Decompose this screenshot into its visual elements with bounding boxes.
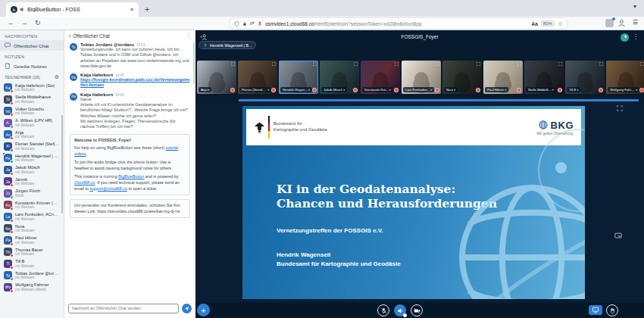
reload-button[interactable]: ↻ [35, 19, 41, 26]
expand-icon[interactable] [599, 62, 603, 66]
lock-icon[interactable] [242, 21, 247, 26]
menu-icon[interactable]: ☰ [633, 19, 638, 26]
participant-row[interactable]: StStella Middelhauvemit Webcam [0, 94, 64, 106]
expand-icon[interactable] [477, 62, 480, 66]
webcam-tile[interactable]: Jakob Mösch▾ [320, 61, 359, 94]
zoom-level-badge[interactable]: 80% [541, 20, 555, 26]
webcam-name-pill[interactable]: Konstantin Krö...▾ [362, 87, 393, 92]
back-button[interactable]: ← [8, 19, 14, 26]
leave-audio-button[interactable] [394, 304, 406, 316]
participant-row[interactable]: JüJürgen FürchMobil [0, 188, 64, 200]
expand-icon[interactable] [272, 62, 276, 66]
expand-icon[interactable] [313, 62, 317, 66]
webcam-tile[interactable]: Till B▾ [565, 61, 605, 94]
send-message-button[interactable] [182, 304, 192, 313]
chat-link[interactable]: https://fossgis-koordination.pads.ccc.de… [80, 77, 190, 89]
url-bar[interactable]: ⇄ osmvideo1.cloud68.co/html5client/join?… [230, 18, 567, 29]
participant-row[interactable]: ToTobias Jordans @tordansmit Webcam [0, 270, 64, 282]
chat-options-icon[interactable]: ⋮ [186, 33, 192, 39]
options-menu-icon[interactable]: ⋮ [633, 33, 639, 40]
share-webcam-button[interactable] [411, 304, 423, 316]
minimize-presentation-button[interactable] [614, 232, 622, 239]
webcam-tile[interactable]: Konstantin Krö...▾ [361, 61, 400, 94]
webcam-name-pill[interactable]: Hendrik Wagen...▾ [280, 87, 312, 92]
forward-button[interactable]: → [21, 19, 28, 26]
participant-row[interactable]: KaKatja Haferkorn (Sie)mit Webcam [0, 82, 64, 94]
webcam-tile[interactable]: Paul Hilmer▾ [483, 61, 523, 94]
sidebar-item-public-chat[interactable]: Öffentlicher Chat [0, 40, 64, 51]
webcam-tile-active-speaker[interactable]: Hendrik Wagen...▾ [279, 61, 318, 94]
manage-users-gear-icon[interactable]: ⚙ [55, 74, 59, 80]
webcam-name-pill[interactable]: Till B▾ [567, 87, 580, 92]
participants-scrollbar[interactable] [61, 115, 63, 214]
extension-icon[interactable] [605, 19, 614, 27]
connection-status-icon[interactable] [621, 33, 629, 42]
mic-in-use-icon[interactable] [258, 21, 262, 26]
bigbluebutton-link[interactable]: BigBlueButton [118, 174, 144, 179]
bookmark-star-icon[interactable]: ☆ [558, 20, 563, 27]
expand-icon[interactable] [517, 62, 521, 66]
avatar: St [4, 95, 12, 104]
chat-back-chevron[interactable]: ‹ [69, 33, 70, 39]
participant-row[interactable]: VoVolker Groschomit Webcam [0, 105, 64, 117]
participant-row[interactable]: TiTill Bmit Webcam [0, 258, 64, 270]
participant-row[interactable]: LaLars Fonkoden, ACnet GmbHmit Webcam [0, 211, 64, 223]
webcam-tile[interactable]: Nora▾ [442, 61, 482, 94]
permissions-icon[interactable]: ⇄ [250, 20, 255, 26]
webcam-tile[interactable]: Wolfgang Fahrner▾ [606, 61, 644, 94]
participant-row[interactable]: AnAnjamit Webcam [0, 129, 64, 141]
profile-icon[interactable] [617, 19, 626, 27]
participant-row[interactable]: NoNoramit Webcam [0, 223, 64, 235]
webcam-name-pill[interactable]: Lars Fonkoden...▾ [403, 87, 434, 92]
actions-plus-button[interactable]: + [197, 304, 210, 316]
webcam-tile[interactable]: Florian (Stendel...▾ [238, 61, 277, 94]
participant-row[interactable]: JaJannikmit Webcam [0, 176, 64, 188]
expand-icon[interactable] [640, 62, 644, 66]
restore-presentation-button[interactable] [589, 305, 602, 315]
browser-tab[interactable]: b BigBlueButton - FOSS ✕ [6, 2, 139, 17]
webcam-tile[interactable]: Stella Middelh...▾ [524, 61, 564, 94]
expand-icon[interactable] [231, 62, 235, 66]
cloud68-link[interactable]: Cloud68.co [74, 180, 95, 185]
participant-row[interactable]: WoWolfgang Fahrnermit Webcam (Mobil) [0, 282, 64, 294]
presentation-fullscreen-icon[interactable] [617, 105, 623, 111]
participant-row[interactable]: HeHendrik Wagenseil | BKGmit Webcam [0, 152, 64, 164]
expand-icon[interactable] [354, 62, 358, 66]
expand-icon[interactable] [436, 62, 439, 66]
tab-audio-icon[interactable] [20, 7, 25, 12]
webcam-name-pill[interactable]: Wolfgang Fahrner▾ [608, 87, 639, 92]
webcam-resize-divider[interactable] [239, 99, 639, 101]
shield-icon[interactable] [234, 21, 239, 26]
avatar: Wo [4, 283, 12, 292]
expand-icon[interactable] [558, 62, 562, 66]
tab-close-icon[interactable]: ✕ [128, 7, 134, 13]
translate-icon[interactable]: Aa [532, 21, 538, 26]
webcam-tile[interactable]: Lars Fonkoden...▾ [402, 61, 441, 94]
participant-row[interactable]: ThThomas Bauermit Webcam [0, 246, 64, 258]
avatar: To [70, 43, 77, 51]
talking-indicator[interactable]: Hendrik Wagenseil | B... [199, 41, 256, 49]
webcam-name-pill[interactable]: Anja▾ [199, 87, 211, 92]
support-email-link[interactable]: support@cloud68.co [89, 186, 127, 191]
participant-row[interactable]: PaPaul Hilmermit Webcam [0, 235, 64, 247]
webcam-tile[interactable]: Anja▾ [197, 61, 236, 94]
participant-row[interactable]: KoKonstantin Krömer (RAG)mit Webcam [0, 199, 64, 211]
chat-scrollbar[interactable] [193, 42, 195, 84]
webcam-name-pill[interactable]: Stella Middelh...▾ [526, 87, 555, 92]
participant-row[interactable]: JaJakob Möschmit Webcam [0, 164, 64, 176]
participant-row[interactable]: FlFlorian Stendel (Stefletet)mit Webcam [0, 141, 64, 153]
webcam-name-pill[interactable]: Paul Hilmer▾ [485, 87, 508, 92]
raise-hand-button[interactable] [606, 304, 618, 316]
chat-message-list[interactable]: To Tobias Jordans @tordans14:03 Vorstell… [64, 41, 195, 302]
expand-icon[interactable] [395, 62, 399, 66]
participant-row[interactable]: A.A. Wilken (LPV HR)mit Webcam [0, 117, 64, 129]
mute-microphone-button[interactable] [377, 304, 389, 316]
webcam-name-pill[interactable]: Jakob Mösch▾ [321, 87, 347, 92]
new-tab-button[interactable]: + [145, 2, 149, 17]
webcam-name-pill[interactable]: Nora▾ [444, 87, 458, 92]
public-chat-panel: ‹ Öffentlicher Chat ⋮ To Tobias Jordans … [64, 30, 195, 318]
tab-list-chevron-icon[interactable]: ▾ [633, 3, 636, 10]
chat-message-input[interactable] [68, 304, 179, 313]
webcam-name-pill[interactable]: Florian (Stendel...▾ [239, 87, 271, 92]
sidebar-item-shared-notes[interactable]: Geteilte Notizen [0, 61, 64, 71]
